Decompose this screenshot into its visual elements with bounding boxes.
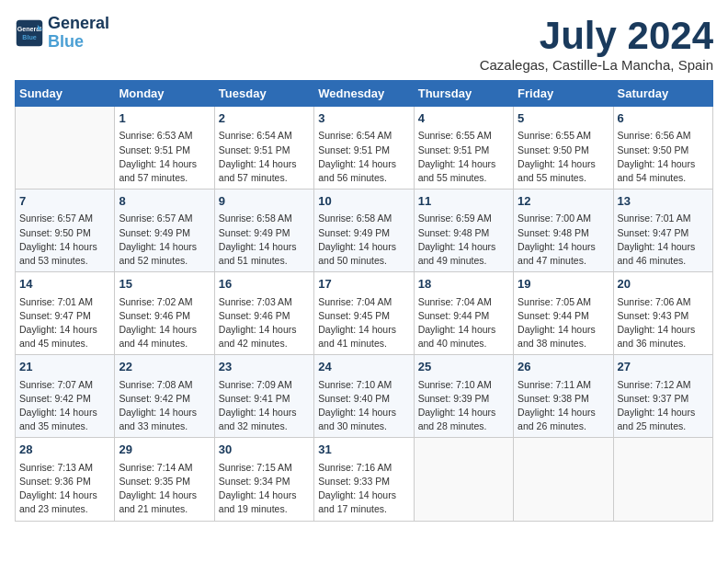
- day-info: Sunrise: 7:10 AMSunset: 9:40 PMDaylight:…: [318, 378, 409, 434]
- calendar-cell: 10Sunrise: 6:58 AMSunset: 9:49 PMDayligh…: [314, 190, 414, 272]
- weekday-header-row: SundayMondayTuesdayWednesdayThursdayFrid…: [16, 81, 713, 107]
- day-info: Sunrise: 7:14 AMSunset: 9:35 PMDaylight:…: [119, 461, 210, 517]
- day-number: 3: [318, 110, 409, 127]
- day-info: Sunrise: 7:02 AMSunset: 9:46 PMDaylight:…: [119, 295, 210, 351]
- day-number: 30: [219, 442, 310, 458]
- weekday-header-wednesday: Wednesday: [314, 81, 414, 107]
- day-number: 21: [19, 359, 110, 375]
- calendar-cell: 22Sunrise: 7:08 AMSunset: 9:42 PMDayligh…: [115, 355, 214, 438]
- calendar-cell: 1Sunrise: 6:53 AMSunset: 9:51 PMDaylight…: [115, 107, 214, 190]
- day-info: Sunrise: 6:58 AMSunset: 9:49 PMDaylight:…: [219, 212, 310, 268]
- logo-text: General Blue: [48, 15, 109, 52]
- svg-text:Blue: Blue: [22, 34, 36, 41]
- day-number: 9: [219, 193, 310, 210]
- day-info: Sunrise: 7:01 AMSunset: 9:47 PMDaylight:…: [19, 295, 110, 351]
- day-number: 5: [518, 110, 609, 127]
- day-number: 24: [318, 359, 409, 375]
- day-info: Sunrise: 7:01 AMSunset: 9:47 PMDaylight:…: [618, 212, 709, 268]
- calendar-cell: 21Sunrise: 7:07 AMSunset: 9:42 PMDayligh…: [16, 355, 115, 438]
- calendar-cell: [514, 438, 613, 521]
- day-number: 17: [318, 276, 409, 293]
- calendar-subtitle: Cazalegas, Castille-La Mancha, Spain: [480, 57, 713, 73]
- weekday-header-tuesday: Tuesday: [214, 81, 313, 107]
- calendar-cell: [613, 438, 712, 521]
- day-number: 8: [119, 193, 210, 210]
- day-info: Sunrise: 7:16 AMSunset: 9:33 PMDaylight:…: [318, 461, 409, 517]
- week-row-2: 7Sunrise: 6:57 AMSunset: 9:50 PMDaylight…: [16, 190, 713, 272]
- day-info: Sunrise: 6:54 AMSunset: 9:51 PMDaylight:…: [318, 129, 409, 185]
- calendar-cell: 7Sunrise: 6:57 AMSunset: 9:50 PMDaylight…: [16, 190, 115, 272]
- week-row-1: 1Sunrise: 6:53 AMSunset: 9:51 PMDaylight…: [16, 107, 713, 190]
- calendar-cell: 16Sunrise: 7:03 AMSunset: 9:46 PMDayligh…: [214, 272, 313, 355]
- day-number: 23: [219, 359, 310, 375]
- calendar-cell: 8Sunrise: 6:57 AMSunset: 9:49 PMDaylight…: [115, 190, 214, 272]
- week-row-4: 21Sunrise: 7:07 AMSunset: 9:42 PMDayligh…: [16, 355, 713, 438]
- day-info: Sunrise: 6:55 AMSunset: 9:51 PMDaylight:…: [418, 129, 509, 185]
- calendar-cell: 31Sunrise: 7:16 AMSunset: 9:33 PMDayligh…: [314, 438, 414, 521]
- day-number: 16: [219, 276, 310, 293]
- calendar-cell: 11Sunrise: 6:59 AMSunset: 9:48 PMDayligh…: [414, 190, 513, 272]
- day-number: 12: [518, 193, 609, 210]
- day-number: 7: [19, 193, 110, 210]
- day-info: Sunrise: 7:00 AMSunset: 9:48 PMDaylight:…: [518, 212, 609, 268]
- calendar-title: July 2024: [480, 15, 713, 57]
- day-number: 2: [219, 110, 310, 127]
- day-info: Sunrise: 7:04 AMSunset: 9:45 PMDaylight:…: [318, 295, 409, 351]
- calendar-cell: 9Sunrise: 6:58 AMSunset: 9:49 PMDaylight…: [214, 190, 313, 272]
- calendar-table: SundayMondayTuesdayWednesdayThursdayFrid…: [15, 80, 713, 521]
- day-number: 27: [618, 359, 709, 375]
- title-section: July 2024 Cazalegas, Castille-La Mancha,…: [480, 15, 713, 73]
- day-info: Sunrise: 7:09 AMSunset: 9:41 PMDaylight:…: [219, 378, 310, 434]
- day-number: 13: [618, 193, 709, 210]
- calendar-cell: [414, 438, 513, 521]
- day-info: Sunrise: 6:59 AMSunset: 9:48 PMDaylight:…: [418, 212, 509, 268]
- day-info: Sunrise: 6:57 AMSunset: 9:49 PMDaylight:…: [119, 212, 210, 268]
- calendar-cell: 17Sunrise: 7:04 AMSunset: 9:45 PMDayligh…: [314, 272, 414, 355]
- day-info: Sunrise: 7:04 AMSunset: 9:44 PMDaylight:…: [418, 295, 509, 351]
- calendar-cell: 13Sunrise: 7:01 AMSunset: 9:47 PMDayligh…: [613, 190, 712, 272]
- calendar-cell: 4Sunrise: 6:55 AMSunset: 9:51 PMDaylight…: [414, 107, 513, 190]
- day-number: 20: [618, 276, 709, 293]
- calendar-cell: 2Sunrise: 6:54 AMSunset: 9:51 PMDaylight…: [214, 107, 313, 190]
- weekday-header-friday: Friday: [514, 81, 613, 107]
- calendar-cell: 26Sunrise: 7:11 AMSunset: 9:38 PMDayligh…: [514, 355, 613, 438]
- day-info: Sunrise: 7:08 AMSunset: 9:42 PMDaylight:…: [119, 378, 210, 434]
- calendar-cell: 15Sunrise: 7:02 AMSunset: 9:46 PMDayligh…: [115, 272, 214, 355]
- day-number: 10: [318, 193, 409, 210]
- weekday-header-thursday: Thursday: [414, 81, 513, 107]
- calendar-cell: 30Sunrise: 7:15 AMSunset: 9:34 PMDayligh…: [214, 438, 313, 521]
- calendar-cell: 27Sunrise: 7:12 AMSunset: 9:37 PMDayligh…: [613, 355, 712, 438]
- day-number: 4: [418, 110, 509, 127]
- day-info: Sunrise: 7:05 AMSunset: 9:44 PMDaylight:…: [518, 295, 609, 351]
- calendar-cell: 24Sunrise: 7:10 AMSunset: 9:40 PMDayligh…: [314, 355, 414, 438]
- day-number: 1: [119, 110, 210, 127]
- day-number: 25: [418, 359, 509, 375]
- week-row-3: 14Sunrise: 7:01 AMSunset: 9:47 PMDayligh…: [16, 272, 713, 355]
- day-number: 11: [418, 193, 509, 210]
- day-number: 18: [418, 276, 509, 293]
- day-number: 6: [618, 110, 709, 127]
- calendar-cell: 3Sunrise: 6:54 AMSunset: 9:51 PMDaylight…: [314, 107, 414, 190]
- day-info: Sunrise: 7:03 AMSunset: 9:46 PMDaylight:…: [219, 295, 310, 351]
- day-info: Sunrise: 7:13 AMSunset: 9:36 PMDaylight:…: [19, 461, 110, 517]
- day-info: Sunrise: 6:54 AMSunset: 9:51 PMDaylight:…: [219, 129, 310, 185]
- day-info: Sunrise: 7:07 AMSunset: 9:42 PMDaylight:…: [19, 378, 110, 434]
- calendar-cell: [16, 107, 115, 190]
- calendar-cell: 29Sunrise: 7:14 AMSunset: 9:35 PMDayligh…: [115, 438, 214, 521]
- day-info: Sunrise: 7:15 AMSunset: 9:34 PMDaylight:…: [219, 461, 310, 517]
- day-info: Sunrise: 6:57 AMSunset: 9:50 PMDaylight:…: [19, 212, 110, 268]
- weekday-header-saturday: Saturday: [613, 81, 712, 107]
- calendar-cell: 18Sunrise: 7:04 AMSunset: 9:44 PMDayligh…: [414, 272, 513, 355]
- day-info: Sunrise: 7:10 AMSunset: 9:39 PMDaylight:…: [418, 378, 509, 434]
- day-info: Sunrise: 7:11 AMSunset: 9:38 PMDaylight:…: [518, 378, 609, 434]
- calendar-cell: 6Sunrise: 6:56 AMSunset: 9:50 PMDaylight…: [613, 107, 712, 190]
- calendar-cell: 23Sunrise: 7:09 AMSunset: 9:41 PMDayligh…: [214, 355, 313, 438]
- day-number: 14: [19, 276, 110, 293]
- day-info: Sunrise: 6:55 AMSunset: 9:50 PMDaylight:…: [518, 129, 609, 185]
- calendar-cell: 28Sunrise: 7:13 AMSunset: 9:36 PMDayligh…: [16, 438, 115, 521]
- page-header: General Blue General Blue July 2024 Caza…: [15, 15, 713, 73]
- day-info: Sunrise: 7:06 AMSunset: 9:43 PMDaylight:…: [618, 295, 709, 351]
- logo: General Blue General Blue: [15, 15, 109, 52]
- logo-icon: General Blue: [15, 18, 44, 48]
- calendar-cell: 5Sunrise: 6:55 AMSunset: 9:50 PMDaylight…: [514, 107, 613, 190]
